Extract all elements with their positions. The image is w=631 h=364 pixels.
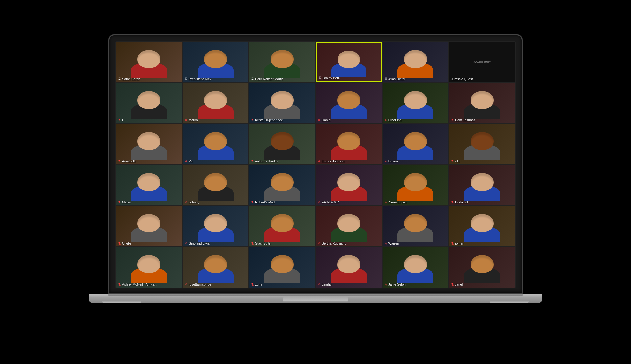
participant-name-label: vikil [451,160,460,163]
participant-video [449,165,515,205]
participant-video [116,247,182,288]
video-cell[interactable]: Liam Jesunas [449,83,515,123]
participant-name-label: Gino and Livia [185,242,210,245]
participant-name-label: Jurassic Quest [451,77,473,81]
video-cell[interactable]: Vie [183,124,249,164]
video-cell[interactable]: vikil [449,124,515,164]
participant-name-label: Devon [385,160,398,163]
video-cell[interactable]: Prehistoric Nick [183,42,249,82]
video-cell[interactable]: anthony charles [249,124,315,164]
video-cell[interactable]: Warren [383,206,449,246]
mute-icon [451,283,454,286]
participant-name-text: Marko [189,118,198,122]
pin-icon [385,77,387,81]
participant-name-text: Daniel [322,118,331,122]
participant-name-label: Park Ranger Marty [251,77,283,81]
laptop-hinge [108,294,523,296]
video-cell[interactable]: Gino and Livia [183,206,249,246]
video-cell[interactable]: Ashley McNeil - Amica... [116,247,182,288]
participant-name-text: Janie Selph [388,283,406,286]
video-cell[interactable]: zuna [249,247,315,288]
participant-video [449,124,515,164]
laptop-foot-right [490,301,529,303]
participant-name-text: Maren [122,201,131,204]
trackpad[interactable] [283,297,348,302]
mute-icon [251,119,254,122]
mute-icon [185,242,188,245]
participant-name-text: Krista Hilgenbrinck [255,118,282,122]
video-cell[interactable]: Safari Sarah [116,42,182,82]
mute-icon [451,160,454,163]
participant-name-text: ERIN & MIA [322,201,339,204]
mute-icon [251,201,254,204]
participant-name-label: Alena Lopez [385,201,407,204]
participant-video [116,42,182,82]
video-cell[interactable]: ERIN & MIA [316,165,382,205]
participant-name-text: rosetta mcbride [189,283,211,286]
participant-video [183,42,249,82]
mute-icon [385,242,387,245]
mute-icon [451,201,454,204]
participant-name-text: anthony charles [255,160,278,163]
video-cell[interactable]: Daniel [316,83,382,123]
pin-icon [319,76,322,80]
participant-video [383,42,449,82]
participant-name-label: Leighvi [318,283,332,286]
participant-name-text: Park Ranger Marty [255,77,283,81]
video-cell[interactable]: DinoFinn! [383,83,449,123]
video-cell[interactable]: Esther Johnson [316,124,382,164]
video-cell[interactable]: Atlas Dinter [383,42,449,82]
video-cell[interactable]: Devon [383,124,449,164]
video-cell[interactable]: Alena Lopez [383,165,449,205]
video-cell[interactable]: Brainy Beth [316,42,382,82]
participant-name-text: I [122,118,123,122]
zoom-app-screen: Safari SarahPrehistoric NickPark Ranger … [115,41,516,288]
video-cell[interactable]: Marko [183,83,249,123]
video-cell[interactable]: Robert's iPad [249,165,315,205]
video-cell[interactable]: Maren [116,165,182,205]
video-cell[interactable]: JURASSIC QUESTJurassic Quest [449,42,515,82]
video-cell[interactable]: I [116,83,182,123]
participant-name-text: Safari Sarah [122,77,140,81]
video-cell[interactable]: Leighvi [316,247,382,288]
participant-name-text: Bertha Ruggiano [322,242,346,245]
video-grid: Safari SarahPrehistoric NickPark Ranger … [115,41,516,288]
participant-name-label: Brainy Beth [319,76,340,80]
participant-video [316,247,382,288]
participant-name-label: anthony charles [251,160,278,163]
video-cell[interactable]: Krista Hilgenbrinck [249,83,315,123]
mute-icon [318,160,321,163]
participant-name-text: Jariel [455,283,463,286]
video-cell[interactable]: roman [449,206,515,246]
mute-icon [385,283,387,286]
participant-name-text: Leighvi [322,283,332,286]
laptop-frame: Safari SarahPrehistoric NickPark Ranger … [85,34,546,330]
video-cell[interactable]: Staci Suits [249,206,315,246]
participant-name-text: Alena Lopez [388,201,407,204]
participant-video [383,124,449,164]
video-cell[interactable]: Janie Selph [383,247,449,288]
video-cell[interactable]: Park Ranger Marty [249,42,315,82]
video-cell[interactable]: Johnny [183,165,249,205]
participant-video [183,124,249,164]
video-cell[interactable]: Chelle [116,206,182,246]
participant-video [383,247,449,288]
participant-video [249,165,315,205]
participant-name-label: Ashley McNeil - Amica... [118,283,157,286]
participant-name-text: vikil [455,160,460,163]
video-cell[interactable]: rosetta mcbride [183,247,249,288]
video-cell[interactable]: Annabelle [116,124,182,164]
video-cell[interactable]: Jariel [449,247,515,288]
participant-name-text: Liam Jesunas [455,118,475,122]
participant-name-text: Jurassic Quest [451,77,473,81]
video-cell[interactable]: Bertha Ruggiano [316,206,382,246]
participant-name-label: zuna [251,283,262,286]
participant-video [183,165,249,205]
participant-video [249,247,315,288]
pin-icon [118,77,121,81]
participant-name-label: I [118,118,123,122]
mute-icon [185,160,188,163]
participant-name-label: Jariel [451,283,463,286]
video-cell[interactable]: Linda hill [449,165,515,205]
mute-icon [385,119,387,122]
